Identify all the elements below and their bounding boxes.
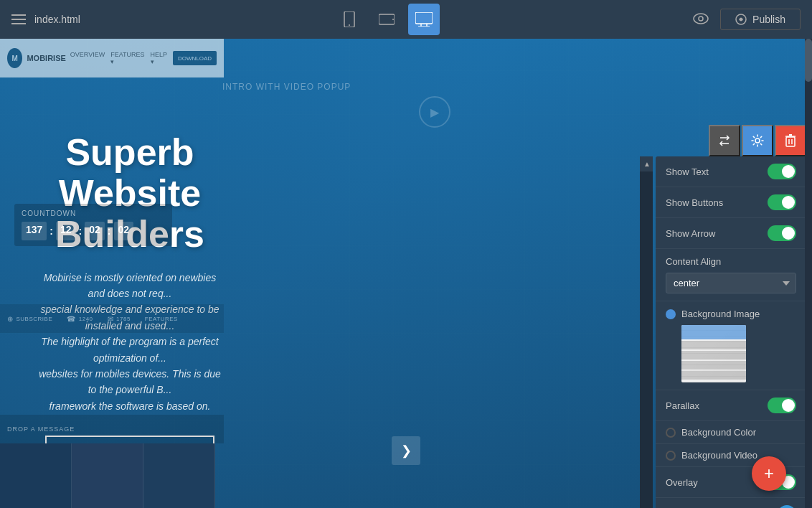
feature-item-2: ☎ 1240 [67,315,93,323]
svg-rect-4 [415,12,433,24]
svg-point-9 [699,17,703,21]
team-photo-2 [72,443,143,508]
show-text-label: Show Text [666,166,709,177]
show-text-toggle[interactable] [768,164,796,179]
countdown-hours: 12 [56,222,76,240]
bg-video-row: Background Video [656,444,806,467]
bg-image-label: Background Image [681,309,760,319]
show-buttons-label: Show Buttons [666,197,723,208]
main-scrollbar[interactable] [805,39,812,508]
drop-section: DROP A MESSAGE [0,415,224,443]
content-align-select[interactable]: left center right [666,273,796,293]
topbar-left: index.html [11,14,80,25]
svg-point-3 [392,19,394,20]
bg-video-radio[interactable] [666,451,676,461]
drop-label: DROP A MESSAGE [7,425,75,433]
svg-point-13 [755,138,760,143]
countdown-section: COUNTDOWN 137 : 12 : 02 : 02 [14,204,172,246]
team-photos [0,443,224,508]
bg-video-label: Background Video [681,450,757,461]
bg-color-label: Background Color [681,427,756,438]
countdown-seconds: 02 [114,222,134,240]
countdown-minutes: 02 [85,222,105,240]
show-arrow-row: Show Arrow [656,218,806,249]
main-area: M MOBIRISE OVERVIEW FEATURES ▾ HELP ▾ DO… [0,39,812,508]
content-align-section: Content Align left center right [656,249,806,301]
svg-rect-2 [379,14,395,24]
feature-item-4: FEATURES [145,316,178,322]
bg-image-section: Background Image [656,301,806,390]
publish-button[interactable]: Publish [720,9,801,30]
settings-panel: Show Text Show Buttons Show Arrow Conten… [656,156,806,508]
overlay-label: Overlay [666,477,698,488]
bg-thumbnail[interactable] [681,325,746,382]
swap-button[interactable] [709,125,740,156]
svg-rect-14 [786,137,795,146]
video-play-circle: ▶ [419,96,450,128]
parallax-label: Parallax [666,400,699,411]
video-popup-section: INTRO WITH VIDEO POPUP ▶ [222,82,647,197]
feature-item-1: ⊕ SUBSCRIBE [7,315,52,323]
tablet-device-button[interactable] [371,4,402,35]
features-strip: ⊕ SUBSCRIBE ☎ 1240 ✉ 1785 FEATURES [0,304,224,333]
topbar: index.html Publish [0,0,812,39]
settings-button[interactable] [742,125,773,156]
topbar-right: Publish [693,9,801,30]
bg-color-radio[interactable] [666,428,676,438]
bg-image-row: Background Image [666,309,796,319]
svg-point-8 [694,14,708,24]
show-text-row: Show Text [656,156,806,187]
toolbar-row [709,125,806,156]
main-scrollbar-thumb [805,39,812,82]
show-buttons-row: Show Buttons [656,187,806,218]
countdown-days: 137 [22,222,47,240]
fake-logo-letter: M [12,55,18,62]
panel-scroll-up[interactable]: ▲ [640,156,653,171]
video-popup-title: INTRO WITH VIDEO POPUP [222,82,647,92]
content-align-label: Content Align [666,256,796,267]
color-swatch[interactable] [778,505,796,508]
parallax-row: Parallax [656,390,806,421]
preview-icon[interactable] [693,11,709,28]
parallax-toggle[interactable] [768,398,796,413]
down-arrow-button[interactable]: ❯ [392,436,420,465]
bg-thumbnail-overlay [681,325,746,382]
show-arrow-toggle[interactable] [768,225,796,241]
bg-color-row: Background Color [656,421,806,444]
bg-image-radio[interactable] [666,309,676,319]
countdown-label: COUNTDOWN [22,210,165,217]
fab-button[interactable]: + [752,456,786,491]
show-buttons-toggle[interactable] [768,194,796,210]
delete-button[interactable] [775,125,806,156]
desktop-device-button[interactable] [408,4,440,35]
team-photo-1 [0,443,72,508]
filename-label: index.html [34,14,80,25]
svg-point-1 [349,24,350,26]
device-switcher [334,4,440,35]
panel-scroll: ▲ ▼ [640,156,653,508]
feature-item-3: ✉ 1785 [108,315,131,323]
publish-label: Publish [752,14,785,25]
fake-logo-box: M [7,48,22,68]
show-arrow-label: Show Arrow [666,228,715,239]
team-photo-3 [143,443,215,508]
mobile-device-button[interactable] [334,4,365,35]
menu-icon[interactable] [11,14,26,24]
countdown-numbers: 137 : 12 : 02 : 02 [22,222,165,240]
hero-subtitle: Mobirise is mostly oriented on newbies a… [36,270,224,415]
fab-icon: + [764,464,774,484]
color-row: Color [656,498,806,508]
